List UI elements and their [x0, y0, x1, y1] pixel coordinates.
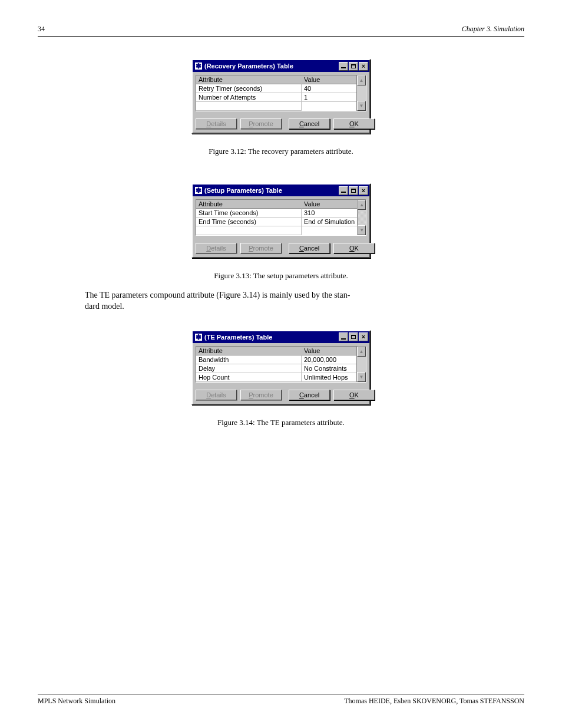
attr-name: Bandwidth: [196, 355, 302, 364]
close-button[interactable]: ×: [359, 62, 368, 71]
dialog-title: (Recovery Parameters) Table: [204, 62, 293, 70]
vertical-scrollbar[interactable]: ▲ ▼: [356, 75, 366, 111]
minimize-button[interactable]: [339, 332, 348, 341]
details-button: Details: [196, 243, 237, 253]
dialog-title: (Setup Parameters) Table: [204, 187, 282, 194]
table-header-row: Attribute Value: [196, 200, 357, 209]
column-value: Value: [302, 347, 356, 355]
chapter-title: Chapter 3. Simulation: [462, 25, 524, 34]
dialog-titlebar[interactable]: ✽ (Setup Parameters) Table ×: [193, 185, 369, 196]
attr-name: Retry Timer (seconds): [196, 84, 302, 93]
attr-name: Start Time (seconds): [196, 209, 302, 218]
footer-left: MPLS Network Simulation: [38, 697, 115, 706]
promote-button: Promote: [240, 243, 282, 253]
setup-parameters-dialog: ✽ (Setup Parameters) Table × Attribute V…: [191, 183, 371, 258]
figure-caption: Figure 3.12: The recovery parameters att…: [38, 147, 524, 156]
attr-name: Delay: [196, 364, 302, 373]
table-row[interactable]: Retry Timer (seconds) 40: [196, 84, 356, 93]
figure-caption: Figure 3.14: The TE parameters attribute…: [38, 418, 524, 427]
promote-button: Promote: [240, 118, 282, 129]
dialog-titlebar[interactable]: ✽ (TE Parameters) Table ×: [193, 331, 369, 343]
column-value: Value: [302, 75, 356, 84]
promote-button: Promote: [240, 390, 282, 400]
scroll-down-icon[interactable]: ▼: [357, 372, 366, 382]
table-row[interactable]: End Time (seconds) End of Simulation: [196, 218, 357, 226]
details-button: Details: [196, 390, 237, 400]
details-button: Details: [196, 118, 237, 129]
footer-rule: [38, 694, 524, 694]
ok-button[interactable]: OK: [333, 390, 375, 400]
attributes-table: Attribute Value Retry Timer (seconds) 40…: [196, 75, 366, 111]
column-value: Value: [302, 200, 357, 209]
footer-right: Thomas HEIDE, Esben SKOVENORG, Tomas STE…: [344, 697, 524, 706]
vertical-scrollbar[interactable]: ▲ ▼: [357, 200, 366, 235]
cancel-button[interactable]: Cancel: [289, 118, 330, 129]
header-rule: [38, 36, 524, 37]
attr-value[interactable]: 310: [302, 209, 357, 218]
page-footer: MPLS Network Simulation Thomas HEIDE, Es…: [38, 694, 524, 706]
cancel-button[interactable]: Cancel: [289, 243, 330, 253]
attr-value[interactable]: 20,000,000: [302, 355, 356, 364]
table-row[interactable]: Start Time (seconds) 310: [196, 209, 357, 218]
page-header: 34 Chapter 3. Simulation: [38, 25, 524, 34]
attr-name: Number of Attempts: [196, 93, 302, 102]
attr-value[interactable]: No Constraints: [302, 364, 356, 373]
figure-caption: Figure 3.13: The setup parameters attrib…: [38, 271, 524, 281]
attr-value[interactable]: End of Simulation: [302, 218, 357, 226]
scroll-up-icon[interactable]: ▲: [358, 200, 366, 210]
page-number: 34: [38, 25, 45, 34]
ok-button[interactable]: OK: [333, 243, 375, 253]
attr-name: End Time (seconds): [196, 218, 302, 226]
table-row[interactable]: Delay No Constraints: [196, 364, 356, 373]
close-button[interactable]: ×: [359, 332, 368, 341]
minimize-button[interactable]: [339, 186, 348, 195]
ok-button[interactable]: OK: [333, 118, 375, 129]
maximize-button[interactable]: [349, 62, 358, 71]
table-row-empty: [196, 102, 356, 111]
dialog-title: (TE Parameters) Table: [204, 334, 272, 341]
attr-value[interactable]: Unlimited Hops: [302, 373, 356, 382]
table-row-empty: [196, 226, 357, 235]
attr-value[interactable]: 40: [302, 84, 356, 93]
maximize-button[interactable]: [349, 332, 358, 341]
vertical-scrollbar[interactable]: ▲ ▼: [356, 347, 366, 382]
attributes-table: Attribute Value Start Time (seconds) 310…: [196, 199, 366, 236]
asterisk-icon: ✽: [195, 62, 202, 70]
attributes-table: Attribute Value Bandwidth 20,000,000 Del…: [196, 346, 366, 383]
minimize-button[interactable]: [339, 62, 348, 71]
table-row[interactable]: Number of Attempts 1: [196, 93, 356, 102]
scroll-up-icon[interactable]: ▲: [357, 75, 366, 85]
scroll-down-icon[interactable]: ▼: [358, 225, 366, 235]
attr-name: Hop Count: [196, 373, 302, 382]
column-attribute: Attribute: [196, 75, 302, 84]
column-attribute: Attribute: [196, 200, 302, 209]
close-button[interactable]: ×: [359, 186, 368, 195]
column-attribute: Attribute: [196, 347, 302, 355]
recovery-parameters-dialog: ✽ (Recovery Parameters) Table × Attribut…: [191, 59, 371, 134]
table-header-row: Attribute Value: [196, 75, 356, 84]
cancel-button[interactable]: Cancel: [289, 390, 330, 400]
table-row[interactable]: Bandwidth 20,000,000: [196, 355, 356, 364]
te-parameters-dialog: ✽ (TE Parameters) Table × Attribute Valu…: [191, 330, 371, 405]
asterisk-icon: ✽: [195, 334, 202, 341]
scroll-up-icon[interactable]: ▲: [357, 347, 366, 357]
maximize-button[interactable]: [349, 186, 358, 195]
body-paragraph: The TE parameters compound attribute (Fi…: [85, 290, 454, 312]
scroll-down-icon[interactable]: ▼: [357, 101, 366, 111]
attr-value[interactable]: 1: [302, 93, 356, 102]
table-row[interactable]: Hop Count Unlimited Hops: [196, 373, 356, 382]
table-header-row: Attribute Value: [196, 347, 356, 355]
dialog-titlebar[interactable]: ✽ (Recovery Parameters) Table ×: [193, 60, 369, 72]
asterisk-icon: ✽: [195, 187, 202, 194]
